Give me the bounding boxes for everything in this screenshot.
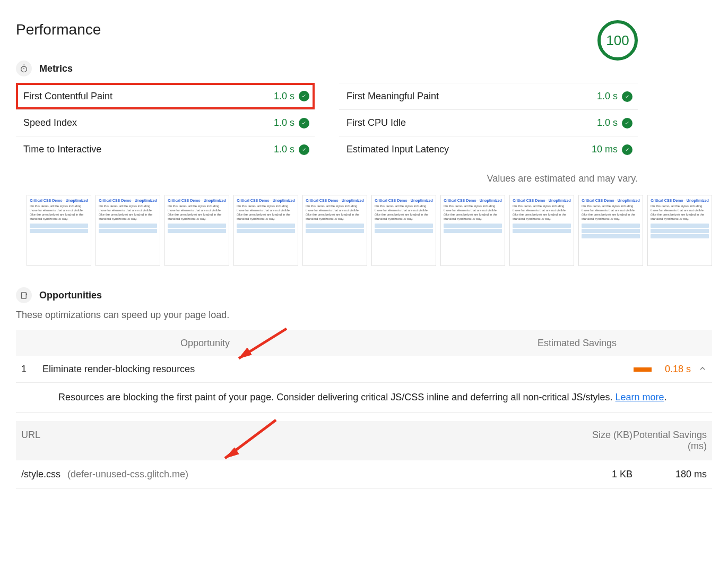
- metrics-title: Metrics: [39, 63, 73, 74]
- filmstrip-frame: Critical CSS Demo - Unoptimized On this …: [302, 195, 367, 266]
- resource-path: /style.css: [21, 469, 60, 479]
- metrics-section-header: Metrics: [16, 61, 712, 76]
- filmstrip-frame: Critical CSS Demo - Unoptimized On this …: [440, 195, 505, 266]
- metric-item[interactable]: First Meaningful Paint 1.0 s: [339, 83, 638, 109]
- metric-value: 1.0 s: [597, 117, 618, 128]
- opportunity-column-header: Opportunity: [180, 338, 230, 349]
- url-column-header: URL: [21, 430, 569, 452]
- check-circle-icon: [299, 91, 309, 101]
- opportunities-description: These optimizations can speed up your pa…: [16, 310, 712, 321]
- resource-size: 1 KB: [569, 469, 632, 480]
- check-circle-icon: [622, 91, 632, 102]
- filmstrip-frame: Critical CSS Demo - Unoptimized On this …: [371, 195, 436, 266]
- metric-value: 10 ms: [592, 144, 618, 155]
- metric-item[interactable]: First CPU Idle 1.0 s: [339, 109, 638, 136]
- opportunity-title: Eliminate render-blocking resources: [42, 364, 195, 375]
- metrics-footnote: Values are estimated and may vary.: [16, 173, 638, 184]
- metric-item[interactable]: Time to Interactive 1.0 s: [16, 136, 315, 162]
- filmstrip-frame: Critical CSS Demo - Unoptimized On this …: [164, 195, 229, 266]
- savings-column-header: Estimated Savings: [538, 338, 617, 349]
- metric-item[interactable]: Estimated Input Latency 10 ms: [339, 136, 638, 162]
- page-title: Performance: [16, 21, 101, 38]
- filmstrip: Critical CSS Demo - Unoptimized On this …: [27, 195, 712, 266]
- metric-value: 1.0 s: [597, 91, 618, 102]
- opportunity-detail-text: Resources are blocking the first paint o…: [58, 392, 616, 402]
- filmstrip-frame: Critical CSS Demo - Unoptimized On this …: [647, 195, 712, 266]
- resource-row: /style.css (defer-unused-css.glitch.me) …: [16, 460, 712, 489]
- metric-label: Speed Index: [23, 117, 77, 128]
- stopwatch-icon: [16, 61, 32, 76]
- check-circle-icon: [299, 118, 309, 128]
- resource-savings: 180 ms: [632, 469, 707, 480]
- check-circle-icon: [622, 144, 632, 155]
- opportunity-detail: Resources are blocking the first paint o…: [16, 383, 712, 413]
- resource-domain: (defer-unused-css.glitch.me): [67, 469, 188, 479]
- metric-label: Time to Interactive: [23, 144, 101, 155]
- check-circle-icon: [622, 118, 632, 128]
- chevron-up-icon[interactable]: [698, 364, 707, 375]
- performance-score-gauge: 100: [597, 20, 638, 61]
- filmstrip-frame: Critical CSS Demo - Unoptimized On this …: [509, 195, 574, 266]
- metric-label: First CPU Idle: [346, 117, 406, 128]
- metric-label: First Meaningful Paint: [346, 91, 439, 102]
- filmstrip-frame: Critical CSS Demo - Unoptimized On this …: [27, 195, 91, 266]
- opportunity-savings-value: 0.18 s: [659, 364, 691, 375]
- opportunities-section-header: Opportunities: [16, 287, 712, 303]
- filmstrip-frame: Critical CSS Demo - Unoptimized On this …: [96, 195, 160, 266]
- metric-label: First Contentful Paint: [23, 91, 112, 102]
- metric-item[interactable]: First Contentful Paint 1.0 s: [16, 83, 315, 109]
- svg-point-0: [21, 66, 27, 72]
- savings-bar: [634, 367, 652, 372]
- metric-value: 1.0 s: [274, 144, 294, 155]
- opportunities-title: Opportunities: [39, 290, 102, 301]
- metric-value: 1.0 s: [274, 91, 294, 102]
- metrics-grid: First Contentful Paint 1.0 s First Meani…: [16, 83, 638, 162]
- resource-table-header: URL Size (KB) Potential Savings (ms): [16, 421, 712, 460]
- potential-savings-column-header: Potential Savings (ms): [632, 430, 707, 452]
- opportunity-table-header: Opportunity Estimated Savings: [16, 330, 712, 356]
- svg-rect-1: [21, 292, 26, 298]
- learn-more-link[interactable]: Learn more: [616, 392, 664, 402]
- size-column-header: Size (KB): [569, 430, 632, 452]
- metric-label: Estimated Input Latency: [346, 144, 449, 155]
- sparkle-document-icon: [16, 287, 32, 303]
- opportunity-index: 1: [21, 364, 42, 375]
- check-circle-icon: [299, 144, 309, 155]
- opportunity-row[interactable]: 1 Eliminate render-blocking resources 0.…: [16, 356, 712, 383]
- metric-value: 1.0 s: [274, 117, 294, 128]
- filmstrip-frame: Critical CSS Demo - Unoptimized On this …: [578, 195, 643, 266]
- filmstrip-frame: Critical CSS Demo - Unoptimized On this …: [233, 195, 298, 266]
- metric-item[interactable]: Speed Index 1.0 s: [16, 109, 315, 136]
